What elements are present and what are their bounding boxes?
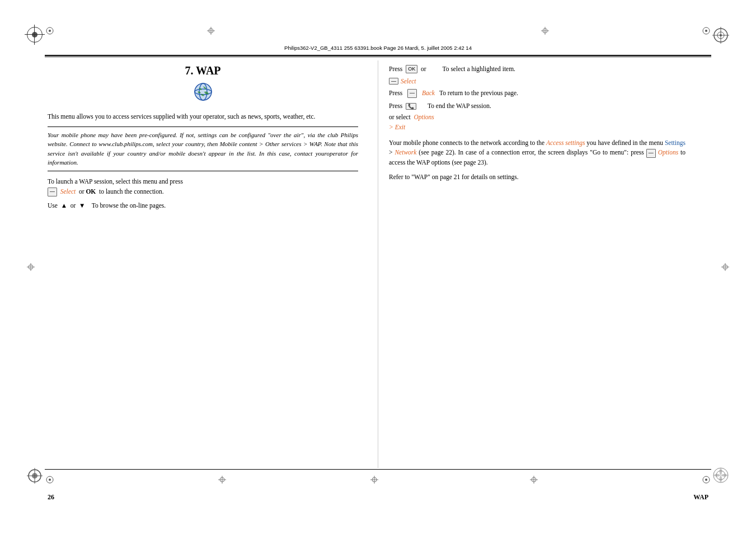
reg-cross-bottom-r xyxy=(530,476,538,484)
svg-point-12 xyxy=(49,30,51,32)
refer-text: Refer to "WAP" on page 21 for details on… xyxy=(389,172,685,182)
network-link: Network xyxy=(395,149,416,156)
left-column: 7. WAP This menu allows you to access se… xyxy=(48,64,358,216)
press-desc-ok: To select a highlighted item. xyxy=(439,64,685,74)
use-arrows-text: Use ▲ or ▼ To browse the on-line pages. xyxy=(48,201,358,211)
select-key-inline: ― xyxy=(48,188,57,196)
reg-cross-top-l xyxy=(207,27,215,35)
reg-circle-2 xyxy=(702,27,710,35)
corner-ornament-br xyxy=(712,467,729,484)
reg-circle-1 xyxy=(46,27,54,35)
globe-icon xyxy=(48,82,358,105)
corner-ornament-tl xyxy=(27,27,43,43)
press-label-ok: Press OK or xyxy=(389,64,439,74)
ok-label: OK xyxy=(86,188,96,195)
reg-cross-top-r xyxy=(541,27,549,35)
reg-cross-bottom-mid xyxy=(370,476,378,484)
press-row-back: Press ― Back To return to the previous p… xyxy=(389,88,685,98)
chapter-title: 7. WAP xyxy=(48,64,358,77)
intro-text: This menu allows you to access services … xyxy=(48,112,358,122)
svg-point-14 xyxy=(705,30,707,32)
header-text: Philips362-V2_GB_4311 255 63391.book Pag… xyxy=(45,45,711,51)
footer-section: WAP xyxy=(693,493,708,502)
reg-cross-left-mid xyxy=(27,263,35,271)
press-desc-back: To return to the previous page. xyxy=(439,88,685,98)
svg-point-16 xyxy=(49,479,51,481)
back-btn-key: ― xyxy=(407,89,417,98)
footer-line xyxy=(45,469,711,470)
svg-point-18 xyxy=(705,479,707,481)
select-key-row: ― Select xyxy=(389,78,685,85)
right-column: Press OK or To select a highlighted item… xyxy=(389,64,685,187)
launch-text-1: To launch a WAP session, select this men… xyxy=(48,178,183,185)
options-key: ― xyxy=(646,149,656,158)
header-line-bottom xyxy=(45,57,711,57)
press-end-desc: To end the WAP session. xyxy=(428,102,491,109)
options-exit-row: or select Options > Exit xyxy=(389,112,685,133)
corner-ornament-bl xyxy=(27,468,43,484)
launch-text-2-suffix: to launch the connection. xyxy=(99,188,164,195)
access-settings-link: Access settings xyxy=(546,139,585,146)
footer-page-number: 26 xyxy=(48,493,54,502)
column-divider xyxy=(378,60,378,468)
select-text: Select xyxy=(401,78,416,85)
end-btn-key: 📞 xyxy=(406,103,416,110)
back-label: Back xyxy=(422,88,435,98)
press-label-back: Press ― Back xyxy=(389,88,439,98)
reg-cross-right-mid xyxy=(721,263,729,271)
launch-text: To launch a WAP session, select this men… xyxy=(48,177,358,197)
header-line-top xyxy=(45,55,711,56)
press-row-ok: Press OK or To select a highlighted item… xyxy=(389,64,685,74)
right-body-text: Your mobile phone connects to the networ… xyxy=(389,138,685,168)
note-box: Your mobile phone may have been pre-conf… xyxy=(48,127,358,171)
reg-circle-3 xyxy=(46,476,54,484)
select-btn: ― xyxy=(389,78,398,85)
reg-circle-4 xyxy=(702,476,710,484)
press-row-end: Press 📞 To end the WAP session. xyxy=(389,102,685,110)
note-text: Your mobile phone may have been pre-conf… xyxy=(48,130,358,167)
options-label-body: Options xyxy=(658,149,678,156)
settings-link: Settings xyxy=(665,139,685,146)
exit-label-inline: > Exit xyxy=(389,124,405,130)
corner-ornament-tr xyxy=(712,27,729,44)
reg-cross-bottom-l xyxy=(218,476,226,484)
select-label: Select xyxy=(60,188,76,195)
ok-btn: OK xyxy=(406,65,417,74)
options-label-inline: Options xyxy=(414,114,434,120)
footer: 26 WAP xyxy=(48,493,708,502)
